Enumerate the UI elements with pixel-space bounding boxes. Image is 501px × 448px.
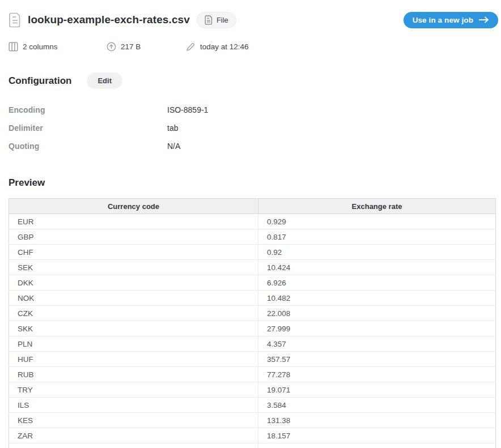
config-row-encoding: Encoding ISO-8859-1 [9,101,501,119]
configuration-section-head: Configuration Edit [9,72,501,89]
preview-section-head: Preview [9,177,501,189]
meta-modified-label: today at 12:46 [200,42,249,51]
meta-modified: today at 12:46 [186,42,249,52]
file-header: lookup-example-exch-rates.csv File Use i… [9,11,498,29]
table-row: CZK22.008 [9,306,496,321]
column-header-currency-code: Currency code [9,199,258,214]
edit-configuration-button[interactable]: Edit [87,72,122,89]
table-cell: ILS [9,398,258,413]
table-cell: 0.929 [258,214,496,229]
table-row: PLN4.357 [9,336,496,352]
table-cell: DKK [9,275,258,291]
table-row: HUF357.57 [9,352,496,367]
use-in-new-job-label: Use in a new job [413,16,473,24]
table-cell: 6.926 [258,275,496,291]
use-in-new-job-button[interactable]: Use in a new job [404,12,498,28]
table-cell: ZAR [9,428,258,443]
table-header-row: Currency code Exchange rate [9,199,496,214]
preview-table-body: EUR0.929GBP0.817CHF0.92SEK10.424DKK6.926… [9,214,496,448]
config-label: Delimiter [9,123,167,133]
config-value: N/A [167,142,180,151]
table-cell: 18.157 [258,428,496,443]
column-header-exchange-rate: Exchange rate [258,199,496,214]
table-row: SKK27.999 [9,321,496,336]
table-cell: CHF [9,245,258,260]
table-cell: SKK [9,321,258,336]
table-row: MAD10.28 [9,443,496,448]
arrow-right-icon [478,16,489,23]
configuration-heading: Configuration [9,75,71,87]
table-cell: 77.278 [258,367,496,382]
table-cell: 27.999 [258,321,496,336]
table-cell: KES [9,413,258,428]
config-value: tab [167,123,178,133]
table-cell: 10.482 [258,291,496,306]
table-cell: 0.817 [258,229,496,245]
table-cell: HUF [9,352,258,367]
badge-file-icon [205,15,213,25]
table-row: TRY19.071 [9,382,496,398]
table-row: SEK10.424 [9,260,496,275]
table-cell: PLN [9,336,258,352]
table-row: KES131.38 [9,413,496,428]
config-value: ISO-8859-1 [167,105,208,114]
table-cell: NOK [9,291,258,306]
preview-table-head: Currency code Exchange rate [9,199,496,214]
table-row: DKK6.926 [9,275,496,291]
table-cell: 22.008 [258,306,496,321]
config-label: Encoding [9,105,167,114]
meta-size: 217 B [107,42,186,52]
config-label: Quoting [9,142,167,151]
table-cell: EUR [9,214,258,229]
table-cell: 4.357 [258,336,496,352]
table-row: ZAR18.157 [9,428,496,443]
configuration-fields: Encoding ISO-8859-1 Delimiter tab Quotin… [9,101,501,155]
table-cell: TRY [9,382,258,398]
table-cell: SEK [9,260,258,275]
config-row-quoting: Quoting N/A [9,137,501,155]
table-row: RUB77.278 [9,367,496,382]
columns-icon [9,42,18,52]
meta-size-label: 217 B [121,42,141,51]
config-row-delimiter: Delimiter tab [9,119,501,137]
file-type-badge-label: File [216,16,228,24]
preview-table: Currency code Exchange rate EUR0.929GBP0… [9,198,496,448]
table-cell: 0.92 [258,245,496,260]
meta-columns: 2 columns [9,42,107,52]
page-title: lookup-example-exch-rates.csv [28,14,190,26]
table-cell: 10.28 [258,443,496,448]
table-row: ILS3.584 [9,398,496,413]
file-meta-row: 2 columns 217 B today at 12:46 [9,42,501,52]
table-cell: CZK [9,306,258,321]
meta-columns-label: 2 columns [23,42,58,51]
table-cell: 19.071 [258,382,496,398]
upload-circle-icon [107,42,116,52]
table-row: CHF0.92 [9,245,496,260]
file-document-icon [9,12,22,28]
table-cell: GBP [9,229,258,245]
table-cell: MAD [9,443,258,448]
table-row: GBP0.817 [9,229,496,245]
table-cell: 10.424 [258,260,496,275]
table-row: NOK10.482 [9,291,496,306]
table-row: EUR0.929 [9,214,496,229]
pencil-icon [186,42,196,52]
table-cell: RUB [9,367,258,382]
table-cell: 3.584 [258,398,496,413]
file-type-badge: File [197,12,236,28]
table-cell: 357.57 [258,352,496,367]
table-cell: 131.38 [258,413,496,428]
preview-heading: Preview [9,177,45,188]
